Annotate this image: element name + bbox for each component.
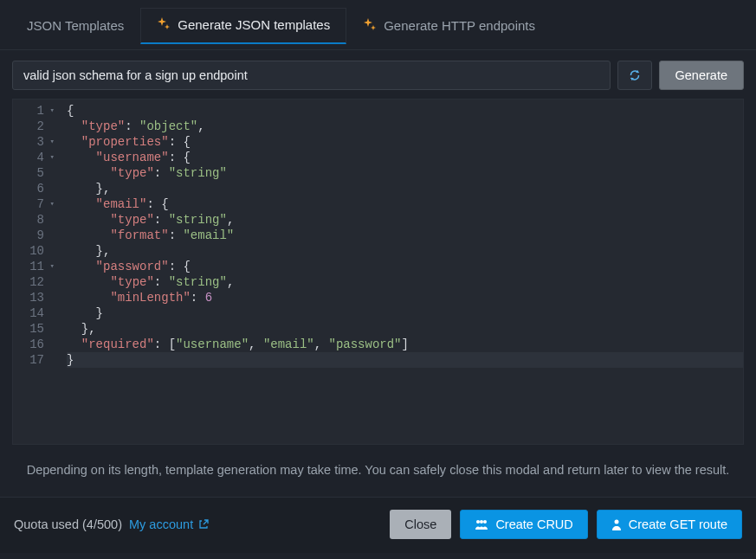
hint-text: Depending on its length, template genera… — [0, 445, 756, 492]
editor-code[interactable]: { "type": "object", "properties": { "use… — [60, 100, 743, 444]
generate-button-label: Generate — [675, 68, 727, 82]
tab-label: Generate HTTP endpoints — [384, 18, 535, 33]
close-button[interactable]: Close — [390, 510, 451, 539]
tabs-bar: JSON Templates Generate JSON templates G… — [0, 0, 756, 50]
quota-text: Quota used (4/500) My account — [14, 517, 209, 531]
user-icon — [611, 518, 622, 530]
users-icon — [475, 518, 488, 530]
close-button-label: Close — [404, 517, 436, 531]
svg-point-0 — [476, 520, 480, 524]
footer-buttons: Close Create CRUD Create GET route — [390, 510, 742, 539]
prompt-input[interactable] — [12, 61, 611, 90]
my-account-label: My account — [129, 517, 193, 531]
my-account-link[interactable]: My account — [129, 517, 209, 531]
prompt-row: Generate — [0, 50, 756, 99]
tab-generate-json-templates[interactable]: Generate JSON templates — [140, 8, 346, 44]
sparkle-icon — [363, 18, 377, 32]
generate-button[interactable]: Generate — [659, 61, 744, 90]
external-link-icon — [198, 519, 209, 530]
refresh-button[interactable] — [617, 61, 652, 90]
tab-json-templates[interactable]: JSON Templates — [10, 9, 140, 43]
tab-label: JSON Templates — [27, 18, 124, 33]
svg-point-3 — [614, 520, 618, 524]
sparkle-icon — [157, 17, 171, 31]
editor-gutter: 1234567891011121314151617 — [13, 100, 60, 444]
tab-generate-http-endpoints[interactable]: Generate HTTP endpoints — [346, 9, 552, 43]
svg-point-2 — [483, 520, 487, 524]
create-get-route-label: Create GET route — [629, 517, 727, 531]
refresh-icon — [628, 68, 642, 82]
create-crud-button[interactable]: Create CRUD — [460, 510, 587, 539]
footer: Quota used (4/500) My account Close Crea… — [0, 497, 756, 553]
create-crud-label: Create CRUD — [495, 517, 572, 531]
code-editor[interactable]: 1234567891011121314151617 { "type": "obj… — [12, 99, 744, 445]
create-get-route-button[interactable]: Create GET route — [597, 510, 742, 539]
svg-point-1 — [480, 520, 483, 524]
tab-label: Generate JSON templates — [178, 17, 330, 32]
